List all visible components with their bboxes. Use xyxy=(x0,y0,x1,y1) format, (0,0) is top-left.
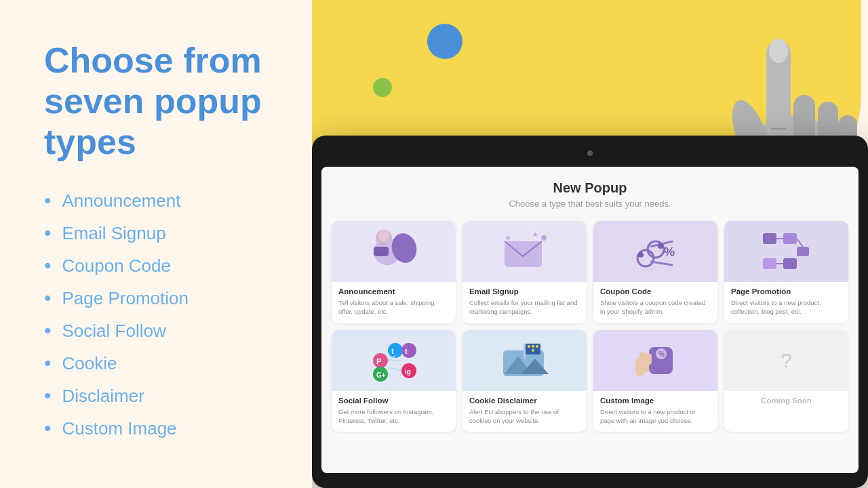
svg-point-23 xyxy=(638,252,644,258)
coupon-card-title: Coupon Code xyxy=(600,287,711,296)
list-item-disclaimer: Disclaimer xyxy=(44,384,278,407)
coupon-card-image: % xyxy=(593,221,717,282)
popup-cards-grid: Announcement Tell visitors about a sale,… xyxy=(321,214,859,439)
svg-point-17 xyxy=(506,236,510,240)
custom-card-body: Custom Image Direct visitors to a new pr… xyxy=(593,391,717,432)
social-card-body: Social Follow Get more followers on Inst… xyxy=(332,391,456,432)
svg-point-8 xyxy=(769,39,788,63)
coming-card-body: Coming Soon xyxy=(724,391,848,414)
svg-rect-11 xyxy=(374,247,389,256)
list-item-email-signup: Email Signup xyxy=(44,222,278,245)
list-item-cookie: Cookie xyxy=(44,352,278,375)
popup-card-social[interactable]: P t t G+ ig xyxy=(332,330,456,432)
svg-point-52 xyxy=(532,345,534,348)
svg-text:%: % xyxy=(664,245,675,259)
announcement-card-desc: Tell visitors about a sale, shipping off… xyxy=(338,298,449,317)
right-area: New Popup Choose a type that best suits … xyxy=(292,0,868,488)
svg-rect-25 xyxy=(763,233,776,244)
cookie-card-title: Cookie Disclaimer xyxy=(469,396,580,405)
announcement-card-body: Announcement Tell visitors about a sale,… xyxy=(332,282,456,323)
svg-point-13 xyxy=(378,230,389,241)
popup-card-coupon[interactable]: % Coupon Code Show visitors a coupon cod… xyxy=(593,221,717,323)
announcement-card-image xyxy=(332,221,456,282)
laptop-frame: New Popup Choose a type that best suits … xyxy=(312,136,868,488)
cookie-card-desc: Alert EU shoppers to the use of cookies … xyxy=(469,407,580,426)
list-item-page-promotion: Page Promotion xyxy=(44,287,278,310)
dialog-subtitle: Choose a type that best suits your needs… xyxy=(509,199,671,209)
svg-line-45 xyxy=(388,367,401,371)
custom-card-title: Custom Image xyxy=(600,396,711,405)
page-card-body: Page Promotion Direct visitors to a new … xyxy=(724,282,848,323)
social-card-desc: Get more followers on Instagram, Pintere… xyxy=(338,407,449,426)
svg-text:G+: G+ xyxy=(376,371,386,379)
announcement-card-title: Announcement xyxy=(338,287,449,296)
list-item-coupon-code: Coupon Code xyxy=(44,254,278,277)
custom-card-desc: Direct visitors to a new product or page… xyxy=(600,407,711,426)
main-heading: Choose from seven popup types xyxy=(44,41,278,162)
popup-card-email[interactable]: Email Signup Collect emails for your mai… xyxy=(462,221,587,323)
svg-point-37 xyxy=(401,343,416,358)
coming-card-image: ? xyxy=(724,330,848,391)
email-card-body: Email Signup Collect emails for your mai… xyxy=(462,282,587,323)
svg-text:t: t xyxy=(405,347,408,355)
laptop-screen: New Popup Choose a type that best suits … xyxy=(321,167,859,473)
coupon-card-body: Coupon Code Show visitors a coupon code … xyxy=(593,282,717,323)
svg-text:t: t xyxy=(391,347,394,355)
email-card-desc: Collect emails for your mailing list and… xyxy=(469,298,580,317)
svg-point-53 xyxy=(536,345,538,348)
custom-card-image: % xyxy=(593,330,717,391)
svg-point-35 xyxy=(388,343,403,358)
cookie-card-body: Cookie Disclaimer Alert EU shoppers to t… xyxy=(462,391,587,432)
laptop-camera xyxy=(587,150,593,156)
page-card-image xyxy=(724,221,848,282)
left-panel: Choose from seven popup types Announceme… xyxy=(0,0,312,488)
popup-type-list: Announcement Email Signup Coupon Code Pa… xyxy=(44,189,278,440)
svg-rect-61 xyxy=(635,364,649,372)
laptop-top-bar xyxy=(321,145,859,161)
popup-card-announcement[interactable]: Announcement Tell visitors about a sale,… xyxy=(332,221,456,323)
dialog-header: New Popup Choose a type that best suits … xyxy=(509,167,671,214)
list-item-social-follow: Social Follow xyxy=(44,319,278,342)
svg-rect-26 xyxy=(783,233,797,244)
svg-rect-49 xyxy=(524,344,526,359)
svg-rect-27 xyxy=(797,247,809,256)
svg-point-54 xyxy=(532,349,534,352)
blue-dot-decoration xyxy=(427,24,462,59)
title-line1: Choose from xyxy=(44,41,262,80)
svg-text:ig: ig xyxy=(405,368,411,375)
email-card-title: Email Signup xyxy=(469,287,580,296)
svg-line-21 xyxy=(650,262,673,265)
svg-text:P: P xyxy=(376,357,381,365)
green-dot-decoration xyxy=(373,78,392,97)
cookie-card-image xyxy=(462,330,587,391)
social-card-title: Social Follow xyxy=(338,396,449,405)
popup-card-coming-soon: ? Coming Soon xyxy=(724,330,848,432)
list-item-custom-image: Custom Image xyxy=(44,417,278,440)
svg-marker-15 xyxy=(532,232,538,237)
svg-rect-28 xyxy=(763,258,776,269)
title-line3: types xyxy=(44,122,136,161)
popup-card-cookie[interactable]: Cookie Disclaimer Alert EU shoppers to t… xyxy=(462,330,587,432)
new-popup-dialog: New Popup Choose a type that best suits … xyxy=(321,167,859,473)
svg-point-16 xyxy=(541,235,547,241)
coming-card-title: Coming Soon xyxy=(731,396,842,405)
svg-line-31 xyxy=(797,239,803,247)
title-line2: seven popup xyxy=(44,81,262,121)
dialog-title: New Popup xyxy=(509,180,671,196)
svg-text:%: % xyxy=(658,350,665,358)
list-item-announcement: Announcement xyxy=(44,189,278,212)
social-card-image: P t t G+ ig xyxy=(332,330,456,391)
page-card-desc: Direct visitors to a new product, collec… xyxy=(731,298,842,317)
coupon-card-desc: Show visitors a coupon code created in y… xyxy=(600,298,711,317)
popup-card-page[interactable]: Page Promotion Direct visitors to a new … xyxy=(724,221,848,323)
page-card-title: Page Promotion xyxy=(731,287,842,296)
svg-point-24 xyxy=(658,243,663,249)
email-card-image xyxy=(462,221,587,282)
svg-rect-60 xyxy=(645,353,652,365)
popup-card-custom[interactable]: % Custom Image Direct visitors to a new … xyxy=(593,330,717,432)
svg-point-51 xyxy=(528,345,530,348)
svg-rect-29 xyxy=(783,258,797,269)
